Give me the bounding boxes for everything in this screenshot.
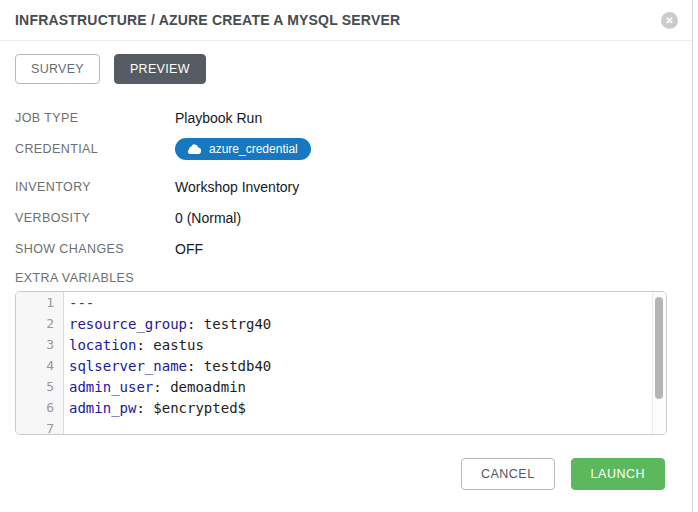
- cloud-icon: [186, 143, 201, 154]
- row-show-changes: SHOW CHANGES OFF: [15, 236, 677, 261]
- modal-footer: CANCEL LAUNCH: [0, 458, 665, 490]
- row-verbosity: VERBOSITY 0 (Normal): [15, 205, 677, 230]
- row-inventory: INVENTORY Workshop Inventory: [15, 174, 677, 199]
- yaml-key: admin_pw: [69, 400, 136, 416]
- line-number: 6: [16, 400, 63, 421]
- credential-badge-label: azure_credential: [209, 142, 298, 156]
- yaml-doc-separator: ---: [69, 295, 94, 311]
- code-line: admin_pw: $encrypted$: [69, 400, 652, 421]
- verbosity-label: VERBOSITY: [15, 211, 175, 225]
- row-credential: CREDENTIAL azure_credential: [15, 136, 677, 161]
- scrollbar-thumb[interactable]: [655, 297, 663, 399]
- tab-bar: SURVEY PREVIEW: [15, 54, 677, 84]
- launch-button[interactable]: LAUNCH: [571, 458, 665, 490]
- inventory-value: Workshop Inventory: [175, 179, 299, 195]
- yaml-value: : testdb40: [187, 358, 271, 374]
- modal-header: INFRASTRUCTURE / AZURE CREATE A MYSQL SE…: [0, 0, 692, 41]
- line-number: 5: [16, 379, 63, 400]
- code-line: sqlserver_name: testdb40: [69, 358, 652, 379]
- line-number: 2: [16, 316, 63, 337]
- line-number: 4: [16, 358, 63, 379]
- verbosity-value: 0 (Normal): [175, 210, 241, 226]
- show-changes-label: SHOW CHANGES: [15, 242, 175, 256]
- editor-code-area[interactable]: --- resource_group: testrg40 location: e…: [64, 292, 652, 434]
- yaml-value: : $encrypted$: [136, 400, 246, 416]
- line-number: 1: [16, 295, 63, 316]
- cancel-button[interactable]: CANCEL: [461, 458, 555, 490]
- job-type-value: Playbook Run: [175, 110, 262, 126]
- yaml-value: : eastus: [136, 337, 203, 353]
- yaml-value: : testrg40: [187, 316, 271, 332]
- page-title: INFRASTRUCTURE / AZURE CREATE A MYSQL SE…: [15, 12, 400, 28]
- inventory-label: INVENTORY: [15, 180, 175, 194]
- job-details: JOB TYPE Playbook Run CREDENTIAL azure_c…: [15, 105, 677, 261]
- job-type-label: JOB TYPE: [15, 111, 175, 125]
- close-x-glyph: ✕: [665, 15, 673, 26]
- editor-line-numbers: 1 2 3 4 5 6 7: [16, 292, 64, 434]
- code-line: admin_user: demoadmin: [69, 379, 652, 400]
- editor-scrollbar[interactable]: [652, 292, 666, 434]
- yaml-key: admin_user: [69, 379, 153, 395]
- show-changes-value: OFF: [175, 241, 203, 257]
- close-icon[interactable]: ✕: [661, 12, 678, 29]
- extra-variables-editor[interactable]: 1 2 3 4 5 6 7 --- resource_group: testrg…: [15, 291, 667, 435]
- tab-survey[interactable]: SURVEY: [15, 54, 100, 84]
- yaml-key: sqlserver_name: [69, 358, 187, 374]
- job-preview-modal: INFRASTRUCTURE / AZURE CREATE A MYSQL SE…: [0, 0, 693, 512]
- code-line: ---: [69, 295, 652, 316]
- code-line: [69, 421, 652, 434]
- yaml-key: resource_group: [69, 316, 187, 332]
- row-job-type: JOB TYPE Playbook Run: [15, 105, 677, 130]
- tab-preview[interactable]: PREVIEW: [114, 54, 206, 84]
- line-number: 3: [16, 337, 63, 358]
- extra-variables-label: EXTRA VARIABLES: [15, 271, 677, 285]
- yaml-key: location: [69, 337, 136, 353]
- code-line: resource_group: testrg40: [69, 316, 652, 337]
- credential-badge: azure_credential: [175, 138, 311, 160]
- code-line: location: eastus: [69, 337, 652, 358]
- line-number: 7: [16, 421, 63, 435]
- yaml-value: : demoadmin: [153, 379, 246, 395]
- credential-label: CREDENTIAL: [15, 142, 175, 156]
